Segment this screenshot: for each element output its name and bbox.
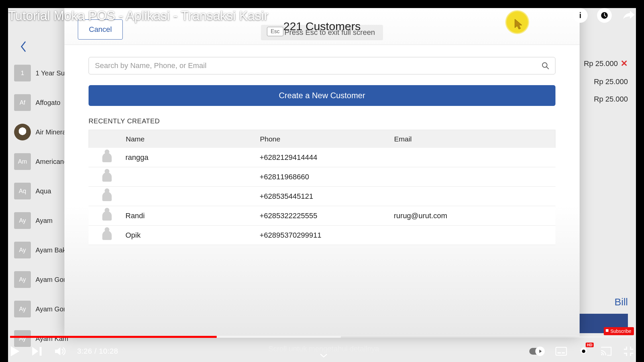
player-controls: 3:26 / 10:28 Scroll untuk mengetahui det… bbox=[0, 341, 644, 362]
customer-phone: +6282129414444 bbox=[260, 153, 394, 162]
modal-body: Create a New Customer RECENTLY CREATED N… bbox=[64, 45, 580, 337]
back-chevron-icon[interactable] bbox=[20, 41, 27, 52]
product-thumb: Ay bbox=[14, 271, 31, 288]
avatar-icon bbox=[89, 231, 125, 240]
chevron-down-icon[interactable] bbox=[320, 353, 328, 358]
subtitles-button[interactable] bbox=[555, 347, 567, 356]
svg-line-1 bbox=[546, 67, 549, 69]
product-name: Air Minera bbox=[36, 128, 66, 136]
product-thumb: Ay bbox=[14, 301, 31, 317]
info-icon[interactable]: i bbox=[573, 8, 588, 23]
next-button[interactable] bbox=[32, 346, 43, 356]
customers-modal: Cancel Esc Press Esc to exit full screen… bbox=[64, 8, 580, 337]
cart-price: Rp 25.000 bbox=[594, 95, 628, 104]
product-name: Ayam bbox=[36, 217, 53, 225]
avatar-icon bbox=[89, 192, 125, 201]
customer-name: rangga bbox=[125, 153, 260, 162]
remove-icon[interactable]: ✕ bbox=[621, 58, 628, 69]
customer-row[interactable]: Opik+62895370299911 bbox=[89, 226, 555, 245]
section-label: RECENTLY CREATED bbox=[89, 117, 555, 125]
customer-row[interactable]: +628535445121 bbox=[89, 187, 555, 206]
cart-line: Rp 25.000 bbox=[594, 95, 628, 104]
svg-rect-4 bbox=[556, 347, 567, 355]
col-name: Name bbox=[126, 135, 260, 143]
cart-price: Rp 25.000 bbox=[584, 59, 618, 68]
search-icon[interactable] bbox=[541, 62, 549, 70]
video-top-actions: i bbox=[573, 8, 636, 23]
time-total: 10:28 bbox=[99, 347, 118, 355]
avatar-icon bbox=[89, 153, 125, 162]
settings-button[interactable]: HD bbox=[578, 346, 589, 357]
progress-track[interactable] bbox=[10, 336, 634, 338]
customer-name: Opik bbox=[125, 231, 260, 240]
svg-rect-3 bbox=[40, 347, 42, 356]
search-wrap bbox=[89, 57, 555, 74]
hd-badge: HD bbox=[586, 343, 594, 347]
customer-search-input[interactable] bbox=[89, 57, 555, 74]
watch-later-icon[interactable] bbox=[597, 8, 612, 23]
product-name: Affogato bbox=[36, 99, 60, 107]
product-thumb: Ay bbox=[14, 242, 31, 258]
autoplay-toggle[interactable] bbox=[529, 348, 544, 355]
product-name: Aqua bbox=[36, 187, 51, 195]
esc-keycap: Esc bbox=[267, 27, 283, 36]
product-thumb: 1 bbox=[14, 65, 31, 81]
svg-rect-6 bbox=[562, 352, 565, 354]
customer-name: Randi bbox=[125, 212, 260, 220]
modal-header: Cancel Esc Press Esc to exit full screen… bbox=[64, 8, 580, 45]
product-name: Americano bbox=[36, 158, 68, 166]
cart-price: Rp 25.000 bbox=[594, 77, 628, 86]
svg-point-7 bbox=[582, 350, 585, 353]
customer-phone: +6285322225555 bbox=[260, 212, 394, 220]
customer-row[interactable]: +62811968660 bbox=[89, 167, 555, 187]
share-icon[interactable] bbox=[621, 8, 636, 23]
svg-point-8 bbox=[601, 354, 602, 355]
customer-phone: +62811968660 bbox=[260, 173, 394, 181]
cast-button[interactable] bbox=[600, 347, 612, 356]
scroll-hint: Scroll untuk mengetahui detailnya bbox=[268, 345, 379, 353]
subscribe-badge[interactable]: Subscribe bbox=[604, 327, 634, 335]
col-email: Email bbox=[394, 135, 555, 143]
customer-row[interactable]: Randi+6285322225555rurug@urut.com bbox=[89, 206, 555, 226]
cancel-button[interactable]: Cancel bbox=[78, 19, 123, 40]
progress-played bbox=[10, 336, 217, 338]
col-phone: Phone bbox=[260, 135, 394, 143]
cart-line: Rp 25.000 bbox=[594, 77, 628, 86]
customer-phone: +628535445121 bbox=[260, 192, 394, 201]
avatar-icon bbox=[89, 211, 125, 221]
product-thumb: Ay bbox=[14, 212, 31, 229]
customer-email: rurug@urut.com bbox=[394, 212, 555, 220]
product-thumb: Am bbox=[14, 153, 31, 170]
volume-button[interactable] bbox=[54, 346, 66, 356]
cursor-icon bbox=[514, 18, 523, 30]
customer-table-body: rangga+6282129414444+62811968660+6285354… bbox=[89, 148, 555, 245]
play-button[interactable] bbox=[10, 346, 20, 357]
customer-phone: +62895370299911 bbox=[260, 231, 394, 240]
esc-hint-text: Press Esc to exit full screen bbox=[284, 28, 375, 37]
cart-line: Rp 25.000✕ bbox=[584, 58, 628, 69]
product-thumb: Af bbox=[14, 94, 31, 111]
customer-row[interactable]: rangga+6282129414444 bbox=[89, 148, 555, 167]
exit-fullscreen-button[interactable] bbox=[623, 346, 634, 357]
svg-rect-5 bbox=[557, 352, 561, 354]
svg-point-0 bbox=[542, 63, 547, 67]
create-customer-button[interactable]: Create a New Customer bbox=[89, 85, 555, 106]
customer-table-header: Name Phone Email bbox=[89, 130, 555, 148]
cursor-highlight bbox=[505, 10, 529, 34]
esc-fullscreen-hint: Esc Press Esc to exit full screen bbox=[261, 25, 383, 40]
time-current: 3:26 bbox=[77, 347, 92, 355]
save-bill-label[interactable]: Bill bbox=[614, 296, 628, 308]
product-thumb bbox=[14, 124, 31, 140]
product-thumb: Aq bbox=[14, 183, 31, 199]
avatar-icon bbox=[89, 172, 125, 182]
time-display: 3:26 / 10:28 bbox=[77, 347, 118, 356]
